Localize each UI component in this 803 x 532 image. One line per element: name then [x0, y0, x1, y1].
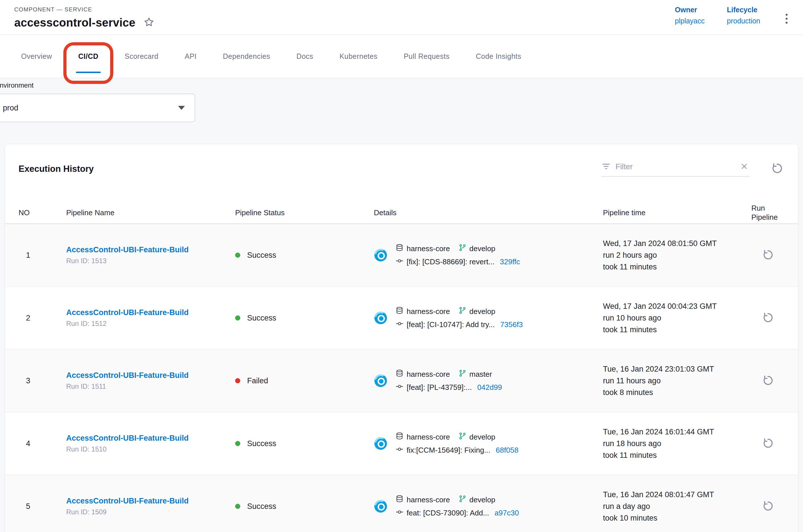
table-row: 4 AccessControl-UBI-Feature-Build Run ID…: [5, 413, 798, 475]
favorite-star-button[interactable]: [143, 17, 155, 29]
chevron-down-icon: [178, 106, 185, 110]
owner-link[interactable]: plplayacc: [675, 17, 705, 25]
repo-name: harness-core: [407, 370, 450, 379]
git-branch-icon: [459, 432, 466, 442]
owner-label: Owner: [675, 6, 705, 14]
run-pipeline-button[interactable]: [761, 248, 775, 263]
page-title: accesscontrol-service: [14, 16, 135, 29]
filter-funnel-icon: [601, 162, 611, 172]
run-pipeline-button[interactable]: [761, 436, 775, 451]
table-row: 1 AccessControl-UBI-Feature-Build Run ID…: [5, 224, 798, 287]
run-id: Run ID: 1512: [66, 320, 235, 328]
commit-sha-link[interactable]: a97c30: [495, 509, 519, 517]
harness-pipeline-icon[interactable]: [374, 311, 387, 325]
row-number: 4: [19, 439, 66, 448]
rerun-pipeline-icon: [762, 249, 774, 262]
row-number: 2: [19, 314, 66, 323]
commit-message: feat: [CDS-73090]: Add...: [407, 509, 489, 517]
status-dot: [235, 504, 240, 509]
close-icon: [740, 162, 748, 172]
pipeline-time-took: took 8 minutes: [603, 387, 751, 398]
git-commit-icon: [396, 257, 403, 267]
status-label: Success: [247, 502, 276, 511]
tab-code-insights[interactable]: Code Insights: [463, 35, 534, 78]
rerun-pipeline-icon: [762, 437, 774, 450]
clear-filter-button[interactable]: [739, 161, 750, 173]
tab-ci-cd[interactable]: CI/CD: [65, 35, 112, 78]
filter-input[interactable]: [615, 163, 734, 171]
pipeline-name-link[interactable]: AccessControl-UBI-Feature-Build: [66, 497, 235, 506]
col-pipeline-name: Pipeline Name: [66, 208, 235, 217]
rerun-pipeline-icon: [762, 500, 774, 513]
tab-kubernetes[interactable]: Kubernetes: [326, 35, 391, 78]
branch-name: master: [470, 370, 492, 379]
repository-icon: [396, 369, 403, 379]
col-pipeline-status: Pipeline Status: [235, 208, 374, 217]
repository-icon: [396, 432, 403, 442]
pipeline-time-ran: run 18 hours ago: [603, 438, 751, 450]
pipeline-name-link[interactable]: AccessControl-UBI-Feature-Build: [66, 308, 235, 317]
harness-pipeline-icon[interactable]: [374, 374, 387, 387]
repository-icon: [396, 495, 403, 505]
status-label: Success: [247, 439, 276, 448]
environment-select[interactable]: prod: [0, 94, 195, 122]
commit-sha-link[interactable]: 329ffc: [500, 258, 520, 266]
tab-api[interactable]: API: [172, 35, 210, 78]
lifecycle-block: Lifecycle production: [727, 6, 760, 25]
environment-label: Environment: [0, 81, 803, 90]
status-dot: [235, 316, 240, 321]
pipeline-time-ran: run 11 hours ago: [603, 375, 751, 387]
tab-pull-requests[interactable]: Pull Requests: [391, 35, 463, 78]
commit-sha-link[interactable]: 7356f3: [500, 320, 523, 329]
col-details: Details: [374, 208, 603, 217]
filter-field: [601, 161, 750, 177]
tab-overview[interactable]: Overview: [8, 35, 65, 78]
commit-sha-link[interactable]: 68f058: [496, 446, 518, 455]
harness-pipeline-icon[interactable]: [374, 248, 387, 262]
pipeline-time-ran: run 10 hours ago: [603, 312, 751, 324]
git-branch-icon: [459, 306, 466, 316]
pipeline-name-link[interactable]: AccessControl-UBI-Feature-Build: [66, 371, 235, 380]
repo-name: harness-core: [407, 433, 450, 441]
refresh-button[interactable]: [770, 161, 784, 177]
branch-name: develop: [470, 244, 495, 253]
branch-name: develop: [470, 433, 495, 441]
breadcrumb: COMPONENT — SERVICE: [14, 6, 789, 13]
branch-name: develop: [470, 307, 495, 316]
pipeline-time-ran: run a day ago: [603, 500, 751, 512]
harness-pipeline-icon[interactable]: [374, 437, 387, 450]
kebab-menu-icon[interactable]: [784, 12, 789, 25]
commit-message: [feat]: [PL-43759]:...: [407, 383, 472, 392]
status-label: Success: [247, 251, 276, 260]
harness-pipeline-icon[interactable]: [374, 499, 387, 513]
status-label: Failed: [247, 377, 268, 385]
commit-sha-link[interactable]: 042d99: [477, 383, 502, 392]
row-number: 3: [19, 377, 66, 385]
refresh-icon: [771, 162, 783, 175]
tab-docs[interactable]: Docs: [283, 35, 326, 78]
pipeline-name-link[interactable]: AccessControl-UBI-Feature-Build: [66, 434, 235, 443]
pipeline-time-ran: run 2 hours ago: [603, 249, 751, 261]
repository-icon: [396, 244, 403, 254]
environment-selected-value: prod: [3, 103, 18, 112]
lifecycle-link[interactable]: production: [727, 17, 760, 25]
rerun-pipeline-icon: [762, 312, 774, 324]
run-pipeline-button[interactable]: [761, 310, 775, 326]
tab-scorecard[interactable]: Scorecard: [112, 35, 172, 78]
run-pipeline-button[interactable]: [761, 373, 775, 388]
run-pipeline-button[interactable]: [761, 499, 775, 514]
table-row: 2 AccessControl-UBI-Feature-Build Run ID…: [5, 287, 798, 349]
repo-name: harness-core: [407, 495, 450, 504]
col-no: NO: [19, 208, 66, 217]
tab-bar: Overview CI/CD Scorecard API Dependencie…: [0, 35, 803, 78]
page-header: COMPONENT — SERVICE accesscontrol-servic…: [0, 0, 803, 35]
tab-dependencies[interactable]: Dependencies: [210, 35, 283, 78]
commit-message: [feat]: [CI-10747]: Add try...: [407, 320, 495, 329]
run-id: Run ID: 1511: [66, 382, 235, 391]
pipeline-time-took: took 10 minutes: [603, 512, 751, 524]
git-commit-icon: [396, 445, 403, 455]
pipeline-time-gmt: Wed, 17 Jan 2024 00:04:23 GMT: [603, 301, 751, 312]
run-id: Run ID: 1513: [66, 257, 235, 265]
pipeline-name-link[interactable]: AccessControl-UBI-Feature-Build: [66, 245, 235, 254]
commit-message: [fix]: [CDS-88669]: revert...: [407, 258, 495, 266]
